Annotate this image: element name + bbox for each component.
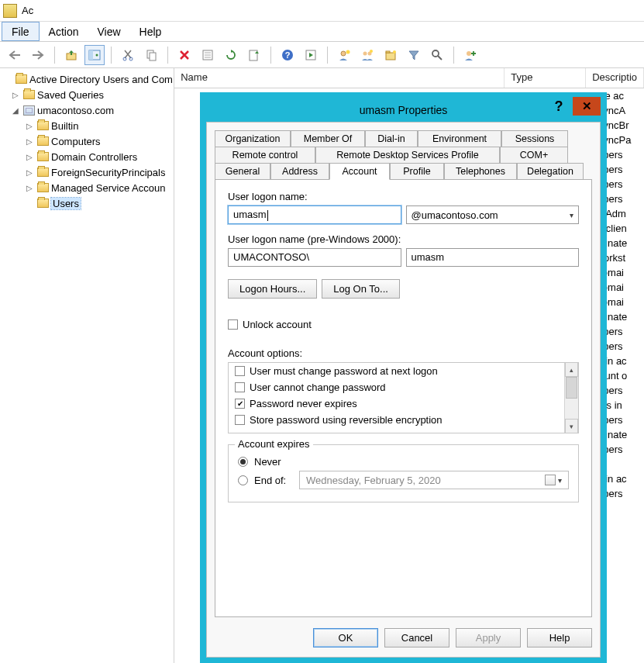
new-ou-button[interactable] <box>381 45 401 65</box>
tree-pane[interactable]: Active Directory Users and Com ▷ Saved Q… <box>0 68 174 663</box>
tab-organization[interactable]: Organization <box>215 130 291 147</box>
find-button[interactable] <box>427 45 447 65</box>
svg-line-25 <box>438 56 442 60</box>
cut-button[interactable] <box>118 45 138 65</box>
tab-account[interactable]: Account <box>329 163 390 180</box>
scroll-thumb[interactable] <box>566 377 577 399</box>
options-scrollbar[interactable]: ▴ ▾ <box>564 363 578 433</box>
account-option[interactable]: User must change password at next logon <box>229 363 564 379</box>
tab-environment[interactable]: Environment <box>418 130 501 147</box>
new-group-button[interactable] <box>357 45 377 65</box>
svg-text:?: ? <box>285 50 291 60</box>
tab-com-[interactable]: COM+ <box>500 147 568 163</box>
expand-icon[interactable]: ▷ <box>25 153 34 161</box>
svg-point-20 <box>370 50 373 53</box>
up-level-button[interactable] <box>61 45 81 65</box>
scroll-up-icon[interactable]: ▴ <box>565 363 578 377</box>
expires-never-radio[interactable]: Never <box>238 456 569 468</box>
folder-icon <box>36 181 49 194</box>
pre2k-domain-input[interactable]: UMACONTOSO\ <box>228 248 401 267</box>
filter-button[interactable] <box>404 45 424 65</box>
show-hide-tree-button[interactable] <box>84 45 105 65</box>
checkbox-icon <box>235 382 245 392</box>
tab-delegation[interactable]: Delegation <box>517 163 584 180</box>
folder-icon <box>36 197 49 209</box>
checkbox-icon <box>235 415 245 425</box>
svg-rect-21 <box>386 53 395 60</box>
tab-remote-desktop-services-profile[interactable]: Remote Desktop Services Profile <box>315 147 500 163</box>
upn-suffix-select[interactable]: @umacontoso.com ▾ <box>406 205 580 224</box>
copy-button[interactable] <box>141 45 161 65</box>
expires-date-picker[interactable]: Wednesday, February 5, 2020 ▾ <box>299 471 569 489</box>
run-button[interactable] <box>301 45 321 65</box>
column-name[interactable]: Name <box>174 68 505 88</box>
tab-telephones[interactable]: Telephones <box>444 163 517 180</box>
calendar-icon <box>545 475 556 485</box>
tab-address[interactable]: Address <box>270 163 329 180</box>
checkbox-icon <box>228 319 238 330</box>
account-options-list[interactable]: User must change password at next logon … <box>228 362 579 433</box>
list-header: Name Type Descriptio <box>174 68 644 88</box>
tree-item-domain-controllers[interactable]: ▷ Domain Controllers <box>0 149 174 164</box>
expand-icon[interactable]: ▷ <box>11 91 20 99</box>
help-button[interactable]: Help <box>527 628 592 647</box>
folder-icon <box>36 135 49 147</box>
nav-back-button[interactable] <box>5 45 25 65</box>
delete-button[interactable] <box>174 45 195 65</box>
menu-view[interactable]: View <box>88 22 129 41</box>
export-list-button[interactable] <box>244 45 264 65</box>
tree-item-computers[interactable]: ▷ Computers <box>0 133 174 149</box>
tab-profile[interactable]: Profile <box>390 163 444 180</box>
expand-icon[interactable]: ▷ <box>25 122 34 130</box>
tab-dial-in[interactable]: Dial-in <box>365 130 418 147</box>
account-option[interactable]: Store password using reversible encrypti… <box>229 412 564 428</box>
ok-button[interactable]: OK <box>313 628 378 647</box>
menu-file[interactable]: File <box>2 22 40 41</box>
refresh-button[interactable] <box>221 45 241 65</box>
expand-icon[interactable]: ▷ <box>25 184 34 192</box>
add-to-group-button[interactable] <box>460 45 480 65</box>
expand-icon[interactable]: ▷ <box>25 168 34 177</box>
dialog-help-button[interactable]: ? <box>545 97 573 116</box>
account-option[interactable]: User cannot change password <box>229 379 564 395</box>
account-expires-legend: Account expires <box>235 438 313 450</box>
properties-button[interactable] <box>198 45 218 65</box>
help-button[interactable]: ? <box>277 45 298 65</box>
domain-icon <box>22 104 35 116</box>
column-description[interactable]: Descriptio <box>586 68 644 88</box>
expires-endof-radio[interactable]: End of: Wednesday, February 5, 2020 ▾ <box>238 471 569 489</box>
expand-icon[interactable]: ▷ <box>25 137 34 146</box>
scroll-down-icon[interactable]: ▾ <box>565 419 578 433</box>
new-user-button[interactable] <box>334 45 354 65</box>
svg-point-24 <box>432 50 439 57</box>
tree-domain[interactable]: ◢ umacontoso.com <box>0 102 174 118</box>
tab-sessions[interactable]: Sessions <box>501 130 568 147</box>
tree-item-users[interactable]: Users <box>0 195 174 211</box>
nav-forward-button[interactable] <box>28 45 48 65</box>
tab-member-of[interactable]: Member Of <box>291 130 365 147</box>
dialog-close-button[interactable]: ✕ <box>573 97 601 116</box>
logon-hours-button[interactable]: Logon Hours... <box>228 279 317 299</box>
folder-icon <box>22 88 35 101</box>
tree-item-builtin[interactable]: ▷ Builtin <box>0 118 174 133</box>
log-on-to-button[interactable]: Log On To... <box>322 279 400 299</box>
dialog-titlebar[interactable]: umasm Properties ? ✕ <box>206 98 601 122</box>
cancel-button[interactable]: Cancel <box>384 628 449 647</box>
pre2k-user-input[interactable]: umasm <box>406 248 580 267</box>
account-option[interactable]: ✔ Password never expires <box>229 395 564 412</box>
tree-saved-queries[interactable]: ▷ Saved Queries <box>0 87 174 102</box>
tree-root[interactable]: Active Directory Users and Com <box>0 71 174 87</box>
logon-name-input[interactable]: umasm <box>228 205 401 224</box>
tree-item-managed-service-accoun[interactable]: ▷ Managed Service Accoun <box>0 180 174 195</box>
collapse-icon[interactable]: ◢ <box>11 106 20 115</box>
column-type[interactable]: Type <box>505 68 586 88</box>
radio-on-icon <box>238 457 248 467</box>
menu-action[interactable]: Action <box>40 22 88 41</box>
menu-help[interactable]: Help <box>130 22 171 41</box>
apply-button[interactable]: Apply <box>456 628 521 647</box>
tree-item-foreignsecurityprincipals[interactable]: ▷ ForeignSecurityPrincipals <box>0 164 174 180</box>
window-titlebar: Ac <box>0 0 644 22</box>
tab-general[interactable]: General <box>215 163 270 180</box>
tab-remote-control[interactable]: Remote control <box>215 147 315 163</box>
unlock-account-checkbox[interactable]: Unlock account <box>228 319 579 330</box>
